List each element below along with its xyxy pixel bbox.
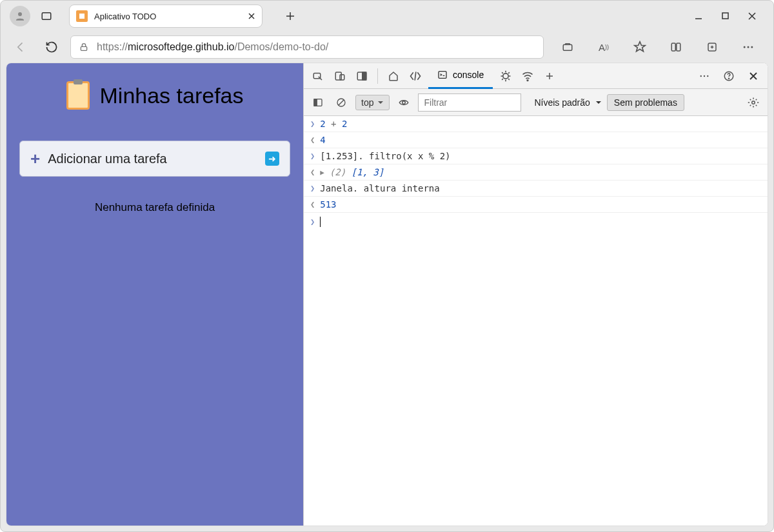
svg-rect-15 <box>362 72 366 80</box>
svg-point-21 <box>707 75 708 76</box>
live-expression-icon[interactable] <box>395 94 413 112</box>
address-bar[interactable]: https://microsoftedge.github.io/Demos/de… <box>70 35 544 59</box>
more-tabs-icon[interactable] <box>541 67 559 85</box>
clipboard-icon <box>66 81 90 110</box>
svg-rect-6 <box>677 43 680 51</box>
tab-title: Aplicativo TODO <box>94 12 248 21</box>
elements-tab-icon[interactable] <box>406 67 424 85</box>
network-tab-icon[interactable] <box>519 67 537 85</box>
console-input-line: ❯ [1.253]. filtro(x x % 2) <box>304 148 768 164</box>
console-output-line: ❯ 513 <box>304 197 768 213</box>
app-available-icon[interactable] <box>555 35 580 59</box>
lock-icon <box>79 42 89 52</box>
app-title: Minhas tarefas <box>100 83 244 108</box>
svg-point-8 <box>744 46 746 48</box>
cursor <box>320 217 321 227</box>
split-screen-icon[interactable] <box>664 35 688 59</box>
maximize-button[interactable] <box>721 12 729 21</box>
console-prompt[interactable]: ❯ <box>304 213 768 231</box>
refresh-button[interactable] <box>39 35 64 59</box>
output-chevron-icon: ❯ <box>310 200 315 209</box>
welcome-tab-icon[interactable] <box>384 67 402 85</box>
app-header: Minhas tarefas <box>66 81 244 110</box>
svg-rect-3 <box>81 46 86 50</box>
inspect-icon[interactable] <box>309 67 327 85</box>
device-icon[interactable] <box>331 67 349 85</box>
devtools-panel: console top <box>303 63 768 526</box>
console-input-line: ❯ 2 + 2 <box>304 116 768 132</box>
favorite-icon[interactable] <box>628 35 652 59</box>
submit-task-button[interactable]: ➜ <box>265 152 279 166</box>
svg-rect-13 <box>340 74 344 79</box>
input-chevron-icon: ❯ <box>310 184 315 193</box>
help-icon[interactable] <box>720 67 738 85</box>
svg-point-19 <box>700 75 702 76</box>
plus-icon: + <box>30 149 40 169</box>
output-chevron-icon: ❯ <box>310 168 315 177</box>
svg-rect-12 <box>335 72 341 80</box>
svg-point-17 <box>503 73 508 78</box>
minimize-button[interactable] <box>694 12 703 21</box>
console-tab[interactable]: console <box>428 63 493 89</box>
svg-rect-25 <box>314 99 317 106</box>
svg-point-0 <box>18 12 22 16</box>
input-chevron-icon: ❯ <box>310 119 315 128</box>
tab-actions-icon[interactable] <box>34 4 59 28</box>
svg-rect-2 <box>722 13 728 19</box>
tab-favicon-icon <box>76 10 88 22</box>
svg-point-23 <box>728 78 729 79</box>
svg-rect-16 <box>439 72 446 79</box>
svg-point-18 <box>527 79 528 81</box>
context-dropdown[interactable]: top <box>355 95 390 110</box>
dock-icon[interactable] <box>353 67 371 85</box>
console-tab-label: console <box>453 70 484 80</box>
svg-point-27 <box>402 101 406 104</box>
new-tab-button[interactable] <box>278 4 303 28</box>
console-input-line: ❯ Janela. altura interna <box>304 181 768 197</box>
console-output[interactable]: ❯ 2 + 2 ❯ 4 ❯ [1.253]. filtro(x x % 2) ❯… <box>304 116 768 526</box>
svg-point-9 <box>748 46 749 48</box>
clear-console-icon[interactable] <box>332 94 350 112</box>
input-chevron-icon: ❯ <box>310 217 315 226</box>
more-icon[interactable] <box>736 35 760 59</box>
log-levels-dropdown[interactable]: Níveis padrão <box>534 97 601 108</box>
read-aloud-icon[interactable]: A)) <box>591 35 616 59</box>
add-task-label: Adicionar uma tarefa <box>48 152 167 166</box>
svg-rect-5 <box>671 43 675 51</box>
input-chevron-icon: ❯ <box>310 152 315 161</box>
debugger-tab-icon[interactable] <box>497 67 515 85</box>
svg-point-20 <box>704 75 705 76</box>
issues-button[interactable]: Sem problemas <box>607 94 684 111</box>
profile-button[interactable] <box>10 6 30 26</box>
output-chevron-icon: ❯ <box>310 135 315 144</box>
tab-close-button[interactable] <box>248 12 255 20</box>
svg-rect-4 <box>563 44 572 50</box>
svg-point-10 <box>751 46 753 48</box>
console-output-line: ❯ 4 <box>304 132 768 148</box>
console-settings-icon[interactable] <box>744 94 762 112</box>
url-text: https://microsoftedge.github.io/Demos/de… <box>97 41 328 53</box>
collections-icon[interactable] <box>700 35 724 59</box>
filter-input[interactable] <box>418 94 521 112</box>
close-window-button[interactable] <box>748 12 757 21</box>
close-devtools-button[interactable] <box>744 67 762 85</box>
todo-app: Minhas tarefas + Adicionar uma tarefa ➜ … <box>6 63 303 526</box>
svg-point-28 <box>752 101 755 104</box>
back-button[interactable] <box>8 35 33 59</box>
console-output-line: ❯ ▶ (2) [1, 3] <box>304 164 768 181</box>
add-task-input[interactable]: + Adicionar uma tarefa ➜ <box>19 141 290 177</box>
browser-tab[interactable]: Aplicativo TODO <box>69 5 263 28</box>
toggle-sidebar-icon[interactable] <box>309 94 327 112</box>
svg-rect-1 <box>42 13 51 20</box>
devtools-more-icon[interactable] <box>695 67 713 85</box>
empty-state-text: Nenhuma tarefa definida <box>95 201 215 214</box>
expand-icon[interactable]: ▶ <box>320 168 324 177</box>
